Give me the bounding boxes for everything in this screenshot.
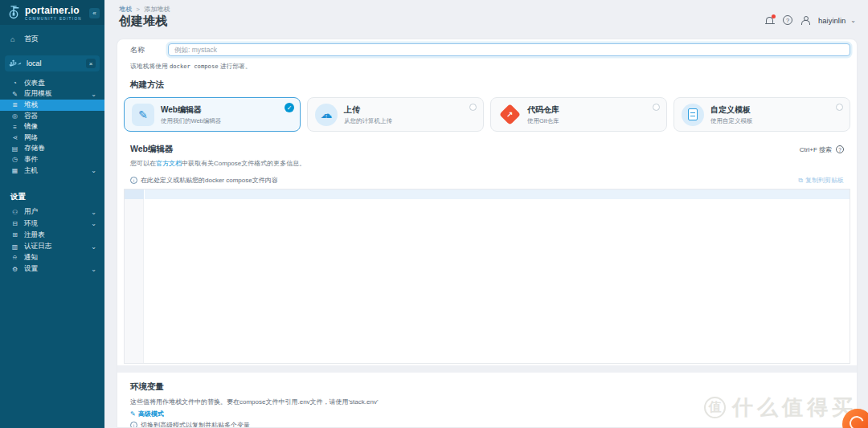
chevron-down-icon: ⌄: [91, 220, 96, 227]
compose-code-editor[interactable]: 1: [124, 189, 850, 364]
sidebar-collapse-button[interactable]: «: [89, 8, 100, 18]
sidebar-item-notifications[interactable]: ⍾ 通知: [0, 252, 104, 263]
sidebar-item-containers[interactable]: ◎ 容器: [0, 111, 104, 122]
advanced-mode-hint: i 切换到高级模式以复制并粘贴多个变量: [130, 421, 857, 428]
sidebar-item-images[interactable]: ≡ 镜像: [0, 121, 104, 132]
environment-name: local: [27, 59, 42, 67]
method-custom-template[interactable]: 自定义模板 使用自定义模板: [674, 97, 850, 132]
breadcrumb-current: 添加堆栈: [144, 6, 170, 13]
sidebar-item-users[interactable]: ⚇ 用户 ⌄: [0, 206, 104, 218]
sidebar-item-environments[interactable]: ⊟ 环境 ⌄: [0, 218, 104, 230]
host-icon: ▦: [10, 167, 19, 174]
git-bubble: ↗: [498, 104, 521, 126]
sidebar-item-volumes[interactable]: ▤ 存储卷: [0, 144, 104, 155]
search-hint: Ctrl+F 搜索: [800, 145, 832, 154]
official-docs-link[interactable]: 官方文档: [156, 160, 182, 167]
containers-icon: ◎: [10, 112, 19, 120]
sidebar-item-auth-logs[interactable]: ▥ 认证日志 ⌄: [0, 241, 104, 252]
logo-row: portainer.io COMMUNITY EDITION «: [0, 0, 104, 25]
environment-close-icon[interactable]: ×: [86, 59, 96, 68]
name-field-row: 名称: [124, 43, 850, 56]
environments-icon: ⊟: [10, 220, 19, 227]
images-icon: ≡: [10, 124, 19, 131]
create-stack-form-card: 名称 该堆栈将使用 docker compose 进行部署。 构建方法 ✎ We…: [117, 39, 858, 428]
chevron-down-icon: ⌄: [850, 17, 856, 24]
pencil-square-icon: ✎: [138, 108, 148, 121]
sidebar-item-settings[interactable]: ⚙ 设置 ⌄: [0, 263, 104, 275]
user-icon: [800, 16, 809, 25]
breadcrumb: 堆栈 > 添加堆栈: [119, 5, 170, 14]
auth-logs-icon: ▥: [10, 243, 19, 251]
editor-active-line: [145, 190, 850, 199]
pencil-icon: ✎: [130, 410, 136, 418]
sidebar-item-home[interactable]: ⌂ 首页: [0, 33, 104, 45]
method-upload[interactable]: ☁ ↑ 上传 从您的计算机上传: [307, 97, 484, 132]
copy-icon: ⧉: [798, 177, 803, 185]
editor-info-row: i 在此处定义或粘贴您的docker compose文件内容 ⧉ 复制到剪贴板: [130, 176, 844, 185]
notification-dot: [772, 14, 776, 18]
chevron-down-icon: ⌄: [91, 266, 96, 273]
user-menu-button[interactable]: [800, 14, 811, 26]
notifications-bell-button[interactable]: [764, 14, 776, 26]
sidebar-item-app-templates[interactable]: ✎ 应用模板 ⌄: [0, 89, 104, 100]
upload-bubble: ☁ ↑: [315, 104, 338, 126]
radio-unselected: [653, 104, 660, 111]
document-icon: [688, 108, 698, 120]
method-git-repository[interactable]: ↗ 代码仓库 使用Git仓库: [490, 97, 667, 132]
chevron-down-icon: ⌄: [91, 209, 96, 216]
sidebar: portainer.io COMMUNITY EDITION « ⌂ 首页 lo…: [0, 0, 104, 428]
dashboard-icon: ◔: [10, 79, 19, 87]
compose-doc-line: 您可以在官方文档中获取有关Compose文件格式的更多信息。: [130, 159, 857, 168]
breadcrumb-stacks-link[interactable]: 堆栈: [119, 6, 132, 13]
section-divider: [117, 365, 857, 373]
stacks-icon: ≣: [10, 101, 19, 108]
settings-menu: ⚇ 用户 ⌄ ⊟ 环境 ⌄ ⊞ 注册表 ▥ 认证日志 ⌄ ⍾ 通知 ⚙ 设置 ⌄: [0, 206, 104, 275]
portainer-logo-icon: [6, 5, 21, 21]
username[interactable]: haiyinlin: [818, 16, 845, 25]
app-brand: portainer.io: [25, 5, 82, 16]
bell-icon: ⍾: [10, 254, 19, 262]
sidebar-item-stacks[interactable]: ≣ 堆栈: [0, 100, 104, 111]
sidebar-item-events[interactable]: ◷ 事件: [0, 154, 104, 165]
sidebar-item-dashboard[interactable]: ◔ 仪表盘: [0, 78, 104, 89]
web-editor-header: Web编辑器 Ctrl+F 搜索 ?: [130, 144, 844, 155]
help-button[interactable]: ?: [783, 15, 792, 25]
breadcrumb-separator: >: [136, 6, 140, 13]
env-vars-description: 这些值将用作堆栈文件中的替换。要在compose文件中引用.env文件，请使用'…: [130, 397, 857, 406]
info-icon: i: [130, 422, 137, 428]
template-icon: ✎: [10, 91, 19, 98]
method-web-editor[interactable]: ✎ Web编辑器 使用我们的Web编辑器 ✓: [124, 97, 301, 132]
name-label: 名称: [124, 45, 168, 55]
web-editor-heading: Web编辑器: [130, 144, 173, 155]
docker-whale-icon: [9, 59, 22, 68]
editor-gutter: [125, 190, 144, 363]
sidebar-item-networks[interactable]: ⋖ 网络: [0, 132, 104, 144]
copy-to-clipboard-button[interactable]: ⧉ 复制到剪贴板: [798, 176, 844, 185]
git-icon: ↗: [499, 104, 521, 125]
editor-gutter-active-line: [125, 190, 144, 199]
help-icon[interactable]: ?: [836, 145, 844, 153]
app-edition: COMMUNITY EDITION: [25, 17, 82, 21]
deploy-note: 该堆栈将使用 docker compose 进行部署。: [130, 62, 857, 71]
advanced-mode-link[interactable]: ✎ 高级模式: [130, 410, 857, 418]
home-icon: ⌂: [10, 35, 19, 43]
docker-compose-code: docker compose: [170, 63, 219, 70]
gear-icon: ⚙: [10, 266, 19, 273]
chevron-down-icon: ⌄: [91, 167, 96, 174]
volumes-icon: ▤: [10, 145, 19, 153]
topbar: 堆栈 > 添加堆栈 创建堆栈 ? haiyinlin ⌄: [117, 0, 858, 39]
selected-check-icon: ✓: [285, 103, 294, 112]
stack-name-input[interactable]: [168, 43, 850, 56]
build-method-heading: 构建方法: [130, 79, 857, 91]
sidebar-item-host[interactable]: ▦ 主机 ⌄: [0, 165, 104, 177]
template-bubble: [682, 104, 704, 126]
chevron-down-icon: ⌄: [91, 243, 96, 251]
environment-menu: ◔ 仪表盘 ✎ 应用模板 ⌄ ≣ 堆栈 ◎ 容器 ≡ 镜像 ⋖ 网络 ▤ 存储卷: [0, 78, 104, 176]
radio-unselected: [836, 104, 843, 111]
networks-icon: ⋖: [10, 134, 19, 141]
page-title: 创建堆栈: [119, 14, 167, 29]
sidebar-item-registries[interactable]: ⊞ 注册表: [0, 230, 104, 241]
chevron-down-icon: ⌄: [91, 91, 96, 98]
info-icon: i: [130, 177, 137, 184]
environment-selector-local[interactable]: local ×: [5, 55, 100, 71]
